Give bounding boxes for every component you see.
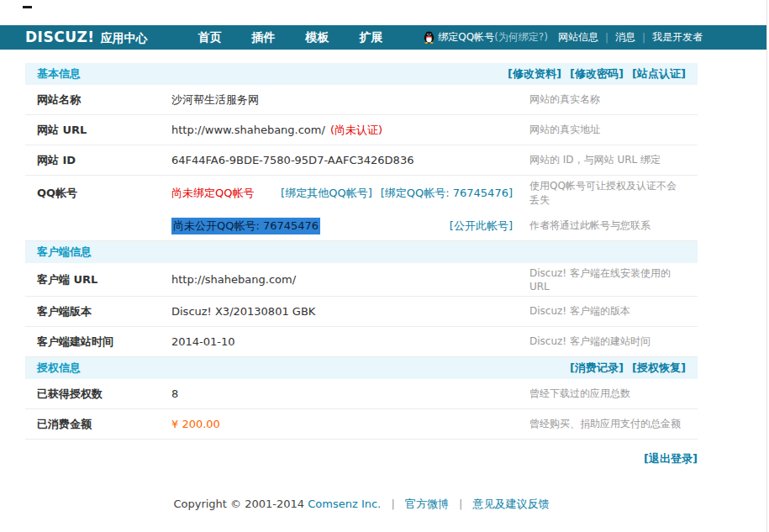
nav-item-templates[interactable]: 模板 (306, 30, 329, 45)
spent-amount-value: ¥ 200.00 (171, 418, 220, 430)
section-basic-title: 基本信息 (37, 66, 81, 82)
site-id-desc: 网站的 ID，与网站 URL 绑定 (518, 153, 686, 167)
client-url-desc: Discuz! 客户端在线安装使用的 URL (518, 266, 686, 292)
bind-other-qq-link[interactable]: [绑定其他QQ帐号] (281, 186, 372, 201)
row-license-count: 已获得授权数 8 曾经下载过的应用总数 (25, 379, 698, 409)
site-name-desc: 网站的真实名称 (518, 92, 686, 107)
page: DISCUZ! 应用中心 首页 插件 模板 扩展 (0, 0, 767, 532)
main-menu: 首页 插件 模板 扩展 (198, 30, 383, 45)
qq-penguin-icon (424, 31, 435, 44)
site-url-unverified-flag: (尚未认证) (330, 123, 382, 138)
row-site-id: 网站 ID 64F44FA6-9BDE-7580-95D7-AAFC3426D8… (25, 145, 698, 176)
row-client-version: 客户端版本 Discuz! X3/20130801 GBK Discuz! 客户… (25, 297, 698, 327)
bind-this-qq-link[interactable]: [绑定QQ帐号: 76745476] (381, 186, 513, 201)
site-verify-link[interactable]: [站点认证] (632, 67, 686, 80)
footer-separator: | (459, 498, 462, 510)
purchase-records-link[interactable]: [消费记录] (570, 361, 624, 374)
client-version-label: 客户端版本 (37, 304, 171, 319)
row-site-url: 网站 URL http://www.shahebang.com/ (尚未认证) … (25, 115, 698, 145)
bind-qq-hint-link[interactable]: (为何绑定?) (494, 30, 548, 45)
qq-public-selected-text: 尚未公开QQ帐号: 76745476 (171, 218, 320, 234)
site-url-desc: 网站的真实地址 (518, 123, 686, 137)
footer: Copyright © 2001-2014 Comsenz Inc. | 官方微… (25, 497, 698, 512)
main-content: 基本信息 [修改资料] [修改密码] [站点认证] 网站名称 沙河帮生活服务网 … (25, 63, 698, 512)
copyright-text: Copyright © 2001-2014 (173, 498, 304, 510)
row-client-url: 客户端 URL http://shahebang.com/ Discuz! 客户… (25, 263, 698, 297)
qq-unbound-status: 尚未绑定QQ帐号 (171, 186, 254, 201)
logo[interactable]: DISCUZ! 应用中心 (25, 29, 148, 46)
nav-messages-link[interactable]: 消息 (615, 30, 635, 45)
spent-amount-label: 已消费金额 (37, 417, 171, 432)
license-count-desc: 曾经下载过的应用总数 (518, 387, 686, 401)
change-password-link[interactable]: [修改密码] (570, 67, 624, 80)
row-client-created: 客户端建站时间 2014-01-10 Discuz! 客户端的建站时间 (25, 327, 698, 357)
publish-qq-link[interactable]: [公开此帐号] (450, 219, 513, 234)
nav-right: 绑定QQ帐号 (为何绑定?) 网站信息 | 消息 | 我是开发者 (424, 30, 703, 45)
row-qq-account: QQ帐号 尚未绑定QQ帐号 [绑定其他QQ帐号] [绑定QQ帐号: 767454… (25, 176, 698, 211)
row-site-name: 网站名称 沙河帮生活服务网 网站的真实名称 (25, 85, 698, 115)
nav-item-plugins[interactable]: 插件 (252, 30, 276, 45)
section-license-actions: [消费记录] [授权恢复] (565, 361, 686, 376)
logo-subtitle: 应用中心 (101, 31, 148, 46)
row-spent-amount: 已消费金额 ¥ 200.00 曾经购买、捐助应用支付的总金额 (25, 409, 698, 440)
nav-item-extensions[interactable]: 扩展 (360, 30, 383, 45)
nav-separator: | (605, 32, 608, 44)
nav-site-info-link[interactable]: 网站信息 (558, 30, 598, 45)
client-created-desc: Discuz! 客户端的建站时间 (518, 334, 686, 349)
license-count-value: 8 (171, 387, 178, 400)
logout-link[interactable]: [退出登录] (644, 451, 698, 466)
site-url-label: 网站 URL (37, 123, 171, 138)
license-count-label: 已获得授权数 (37, 387, 171, 402)
bind-qq-link[interactable]: 绑定QQ帐号 (438, 30, 494, 45)
client-created-label: 客户端建站时间 (37, 334, 171, 350)
license-restore-link[interactable]: [授权恢复] (632, 361, 686, 374)
section-license-header: 授权信息 [消费记录] [授权恢复] (25, 357, 698, 379)
window-dash (23, 6, 32, 8)
comsenz-link[interactable]: Comsenz Inc. (308, 498, 381, 510)
edit-profile-link[interactable]: [修改资料] (508, 67, 561, 80)
client-version-value: Discuz! X3/20130801 GBK (171, 305, 315, 318)
qq-account-label: QQ帐号 (37, 186, 171, 201)
site-name-label: 网站名称 (37, 92, 171, 108)
logout-row: [退出登录] (25, 440, 698, 475)
section-basic-header: 基本信息 [修改资料] [修改密码] [站点认证] (25, 63, 698, 85)
section-license-title: 授权信息 (37, 361, 81, 376)
footer-separator: | (391, 498, 394, 510)
client-url-value: http://shahebang.com/ (171, 273, 296, 286)
site-name-value: 沙河帮生活服务网 (171, 92, 259, 108)
site-id-value: 64F44FA6-9BDE-7580-95D7-AAFC3426D836 (171, 154, 413, 166)
weibo-link[interactable]: 官方微博 (405, 498, 449, 510)
row-qq-public: 尚未公开QQ帐号: 76745476 [公开此帐号] 作者将通过此帐号与您联系 (25, 211, 698, 241)
logo-text: DISCUZ! (25, 29, 95, 45)
section-client-header: 客户端信息 (25, 241, 698, 263)
nav-separator: | (642, 32, 645, 44)
spent-amount-desc: 曾经购买、捐助应用支付的总金额 (518, 417, 686, 431)
site-url-value: http://www.shahebang.com/ (171, 124, 325, 136)
site-id-label: 网站 ID (37, 153, 171, 168)
section-client-title: 客户端信息 (37, 245, 92, 260)
feedback-link[interactable]: 意见及建议反馈 (473, 498, 550, 510)
qq-public-desc: 作者将通过此帐号与您联系 (518, 219, 686, 233)
top-nav: DISCUZ! 应用中心 首页 插件 模板 扩展 (0, 25, 766, 50)
top-strip (0, 0, 766, 25)
client-url-label: 客户端 URL (37, 272, 171, 287)
client-created-value: 2014-01-10 (171, 335, 235, 348)
nav-item-home[interactable]: 首页 (198, 30, 222, 45)
section-basic-actions: [修改资料] [修改密码] [站点认证] (503, 66, 686, 82)
qq-account-desc: 使用QQ帐号可让授权及认证不会丢失 (518, 179, 686, 208)
nav-developer-link[interactable]: 我是开发者 (652, 30, 703, 45)
client-version-desc: Discuz! 客户端的版本 (518, 304, 686, 319)
